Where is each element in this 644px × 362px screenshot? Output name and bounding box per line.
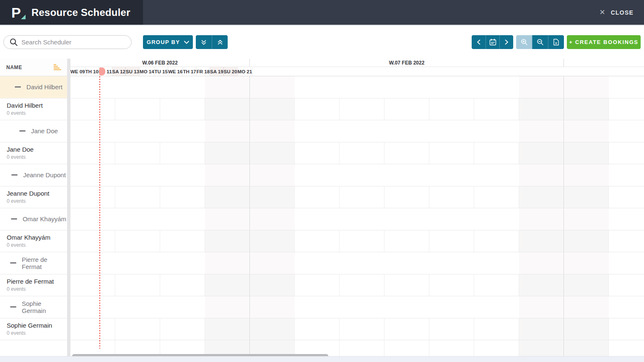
schedule-cell[interactable]: [340, 142, 384, 164]
collapse-all-button[interactable]: [212, 35, 228, 49]
schedule-cell[interactable]: [429, 274, 474, 296]
timeline-resource-row[interactable]: [70, 230, 644, 253]
zoom-out-button[interactable]: [532, 35, 548, 49]
schedule-cell[interactable]: [160, 120, 205, 142]
schedule-cell[interactable]: [70, 98, 115, 120]
resource-row[interactable]: Jeanne Dupont0 events: [0, 186, 67, 209]
schedule-cell[interactable]: [429, 252, 474, 274]
schedule-cell[interactable]: [70, 208, 115, 230]
schedule-cell[interactable]: [295, 186, 340, 208]
schedule-cell[interactable]: [564, 208, 609, 230]
day-header-cell[interactable]: SU 13: [126, 67, 140, 76]
schedule-cell[interactable]: [115, 98, 160, 120]
schedule-cell[interactable]: [250, 142, 295, 164]
schedule-cell[interactable]: [384, 296, 429, 318]
schedule-cell[interactable]: [115, 252, 160, 274]
schedule-cell[interactable]: [609, 76, 644, 98]
schedule-cell[interactable]: [250, 120, 295, 142]
schedule-cell[interactable]: [474, 98, 519, 120]
schedule-cell[interactable]: [295, 120, 340, 142]
schedule-cell[interactable]: [115, 164, 160, 186]
schedule-cell[interactable]: [205, 318, 250, 340]
schedule-cell[interactable]: [429, 186, 474, 208]
schedule-cell[interactable]: [295, 318, 340, 340]
schedule-cell[interactable]: [295, 296, 340, 318]
schedule-cell[interactable]: [429, 296, 474, 318]
schedule-cell[interactable]: [564, 186, 609, 208]
schedule-cell[interactable]: [384, 98, 429, 120]
schedule-cell[interactable]: [205, 98, 250, 120]
timeline-resource-row[interactable]: [70, 186, 644, 209]
zoom-in-button[interactable]: [516, 35, 532, 49]
day-header-cell[interactable]: WE 16: [168, 67, 183, 76]
schedule-cell[interactable]: [340, 76, 384, 98]
schedule-cell[interactable]: [384, 164, 429, 186]
schedule-cell[interactable]: [519, 76, 564, 98]
schedule-cell[interactable]: [295, 98, 340, 120]
schedule-cell[interactable]: [564, 142, 609, 164]
resource-row[interactable]: Omar Khayyám0 events: [0, 230, 67, 253]
schedule-cell[interactable]: [609, 340, 644, 356]
group-header-row[interactable]: Pierre de Fermat: [0, 252, 67, 274]
timeline-group-row[interactable]: [70, 120, 644, 142]
schedule-cell[interactable]: [70, 274, 115, 296]
expand-all-button[interactable]: [196, 35, 212, 49]
schedule-cell[interactable]: [384, 318, 429, 340]
schedule-cell[interactable]: [564, 76, 609, 98]
schedule-cell[interactable]: [205, 186, 250, 208]
horizontal-scrollbar-thumb[interactable]: [72, 354, 328, 356]
schedule-cell[interactable]: [205, 274, 250, 296]
next-button[interactable]: [499, 35, 513, 49]
schedule-cell[interactable]: [340, 340, 384, 356]
schedule-cell[interactable]: [340, 230, 384, 252]
schedule-cell[interactable]: [429, 318, 474, 340]
group-by-button[interactable]: GROUP BY: [143, 35, 193, 49]
schedule-cell[interactable]: [250, 252, 295, 274]
schedule-cell[interactable]: [429, 230, 474, 252]
timeline-resource-row[interactable]: [70, 274, 644, 297]
group-header-row[interactable]: David Hilbert: [0, 76, 67, 98]
schedule-cell[interactable]: [429, 98, 474, 120]
day-header-cell[interactable]: TH 10: [86, 67, 99, 76]
schedule-cell[interactable]: [250, 296, 295, 318]
schedule-cell[interactable]: [429, 208, 474, 230]
schedule-cell[interactable]: [115, 296, 160, 318]
schedule-cell[interactable]: [474, 318, 519, 340]
resource-row[interactable]: David Hilbert0 events: [0, 98, 67, 121]
schedule-cell[interactable]: [340, 252, 384, 274]
schedule-cell[interactable]: [70, 230, 115, 252]
create-bookings-button[interactable]: + CREATE BOOKINGS: [567, 35, 641, 49]
schedule-cell[interactable]: [519, 296, 564, 318]
prev-button[interactable]: [472, 35, 486, 49]
schedule-cell[interactable]: [295, 142, 340, 164]
schedule-cell[interactable]: [609, 142, 644, 164]
group-header-row[interactable]: Sophie Germain: [0, 296, 67, 318]
schedule-cell[interactable]: [519, 318, 564, 340]
schedule-cell[interactable]: [160, 186, 205, 208]
schedule-cell[interactable]: [609, 252, 644, 274]
schedule-cell[interactable]: [474, 208, 519, 230]
timeline-resource-row[interactable]: [70, 98, 644, 121]
search-input[interactable]: [3, 35, 132, 49]
schedule-cell[interactable]: [70, 120, 115, 142]
group-header-row[interactable]: Omar Khayyám: [0, 208, 67, 230]
schedule-cell[interactable]: [519, 164, 564, 186]
schedule-cell[interactable]: [564, 120, 609, 142]
schedule-cell[interactable]: [205, 230, 250, 252]
schedule-cell[interactable]: [160, 296, 205, 318]
schedule-cell[interactable]: [340, 274, 384, 296]
schedule-cell[interactable]: [115, 120, 160, 142]
schedule-cell[interactable]: [160, 230, 205, 252]
schedule-cell[interactable]: [609, 98, 644, 120]
calendar-button[interactable]: [486, 35, 499, 49]
schedule-cell[interactable]: [205, 164, 250, 186]
schedule-cell[interactable]: [340, 164, 384, 186]
schedule-cell[interactable]: [429, 142, 474, 164]
schedule-cell[interactable]: [250, 274, 295, 296]
schedule-cell[interactable]: [205, 142, 250, 164]
resource-row[interactable]: Jane Doe0 events: [0, 142, 67, 165]
schedule-cell[interactable]: [250, 164, 295, 186]
schedule-cell[interactable]: [384, 252, 429, 274]
timeline-group-row[interactable]: [70, 208, 644, 230]
schedule-cell[interactable]: [474, 120, 519, 142]
